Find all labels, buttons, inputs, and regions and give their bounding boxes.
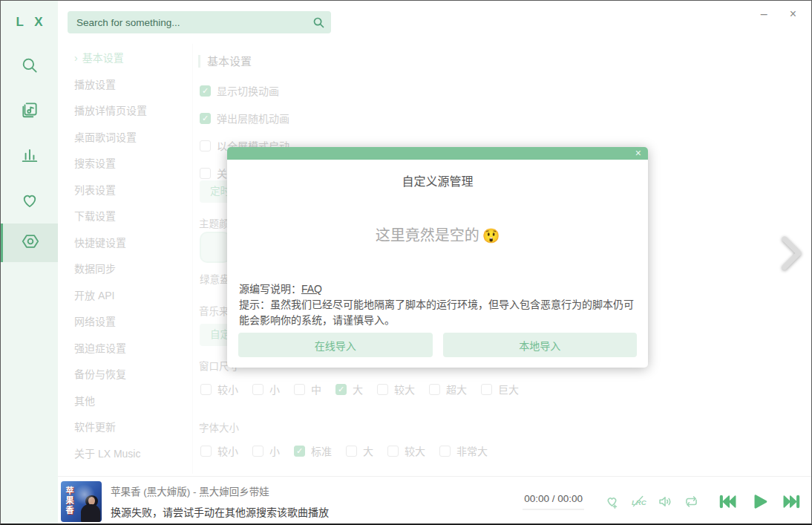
playlist-drawer-handle[interactable] [779, 234, 805, 275]
import-warning-text: 提示：虽然我们已经尽可能地隔离了脚本的运行环境，但导入包含恶意行为的脚本仍可能会… [239, 297, 636, 328]
minimize-button[interactable]: – [761, 8, 767, 44]
favorite-add-icon[interactable] [604, 494, 620, 509]
sidebar-item-search[interactable] [1, 48, 58, 86]
faq-link[interactable]: FAQ [301, 283, 322, 295]
app-window: L X – × [0, 0, 812, 525]
player-bar: 苹果香 苹果香 (黑大婶版) - 黑大婶回乡带娃 换源失败，请尝试手动在其他源搜… [58, 476, 811, 525]
online-import-button[interactable]: 在线导入 [238, 333, 433, 357]
album-art-figure [88, 497, 95, 505]
search-input[interactable] [68, 17, 306, 28]
desktop-lyrics-off-icon[interactable]: LRC [630, 494, 647, 509]
modal-header[interactable]: × [227, 147, 648, 160]
heart-icon [20, 191, 39, 213]
album-art[interactable]: 苹果香 [61, 481, 102, 522]
next-icon[interactable] [782, 492, 802, 512]
modal-close-icon[interactable]: × [635, 148, 641, 159]
chevron-right-icon [779, 262, 805, 275]
search-bar [68, 11, 331, 33]
top-bar: L X – × [1, 1, 811, 44]
sidebar-nav [1, 44, 58, 524]
volume-icon[interactable] [658, 494, 673, 509]
modal-buttons: 在线导入 本地导入 [238, 333, 637, 357]
astonished-emoji: 😲 [482, 228, 500, 244]
close-button[interactable]: × [790, 8, 796, 44]
album-art-figure [81, 504, 100, 522]
search-icon[interactable] [306, 11, 331, 33]
primary-controls [718, 492, 802, 512]
song-title: 苹果香 (黑大婶版) - 黑大婶回乡带娃 [111, 483, 329, 498]
sidebar-item-settings[interactable] [1, 224, 58, 262]
repeat-icon[interactable] [684, 494, 699, 509]
sidebar-item-leaderboard[interactable] [1, 137, 58, 176]
modal-title: 自定义源管理 [227, 172, 648, 189]
player-controls: 00:00 / 00:00 LRC [523, 492, 811, 512]
app-logo: L X [1, 1, 58, 44]
local-import-button[interactable]: 本地导入 [443, 333, 638, 357]
previous-icon[interactable] [718, 492, 738, 512]
song-status: 换源失败，请尝试手动在其他源搜索该歌曲播放 [111, 504, 329, 519]
sidebar-item-songlist[interactable] [1, 92, 58, 131]
search-icon [20, 56, 39, 78]
empty-state-text: 这里竟然是空的😲 [227, 224, 648, 245]
faq-line: 源编写说明：FAQ [239, 281, 322, 296]
setting-gear-icon [21, 232, 40, 254]
window-controls: – × [761, 1, 811, 44]
leaderboard-icon [20, 146, 39, 168]
sidebar-item-my-love[interactable] [1, 183, 58, 221]
album-art-title: 苹果香 [63, 486, 75, 515]
songlist-icon [20, 100, 39, 123]
play-time: 00:00 / 00:00 [523, 493, 584, 510]
secondary-controls: LRC [604, 494, 699, 509]
play-icon[interactable] [750, 492, 770, 512]
custom-source-modal: × 自定义源管理 这里竟然是空的😲 源编写说明：FAQ 提示：虽然我们已经尽可能… [227, 147, 648, 368]
song-info: 苹果香 (黑大婶版) - 黑大婶回乡带娃 换源失败，请尝试手动在其他源搜索该歌曲… [111, 483, 329, 519]
